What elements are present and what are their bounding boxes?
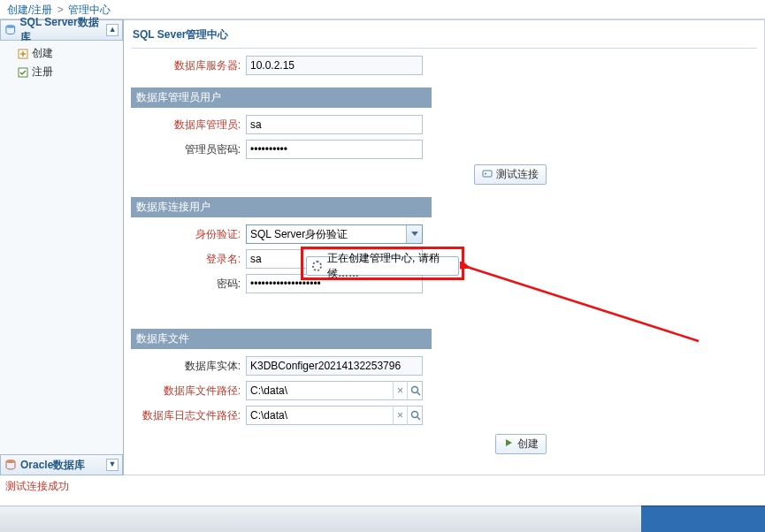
auth-label: 身份验证: — [131, 227, 246, 242]
create-run-icon — [503, 437, 514, 451]
svg-rect-4 — [483, 171, 492, 177]
collapse-up-icon[interactable]: ▲ — [106, 24, 119, 36]
server-input[interactable] — [246, 56, 423, 75]
auth-select-value: SQL Server身份验证 — [250, 227, 348, 242]
footer-left — [0, 505, 641, 532]
admin-pw-input[interactable] — [246, 140, 423, 159]
log-path-label: 数据库日志文件路径: — [131, 408, 246, 423]
server-label: 数据库服务器: — [131, 58, 246, 73]
tree-item-label: 创建 — [32, 46, 53, 61]
database-icon — [4, 459, 17, 471]
test-connection-icon — [482, 168, 493, 181]
section-admin-header: 数据库管理员用户 — [131, 87, 432, 108]
section-file-header: 数据库文件 — [131, 329, 432, 349]
tree-item-create[interactable]: 创建 — [5, 44, 118, 63]
section-conn-header: 数据库连接用户 — [131, 197, 432, 217]
clear-icon[interactable]: × — [393, 381, 407, 400]
oracle-panel-title: Oracle数据库 — [20, 458, 85, 473]
admin-pw-label: 管理员密码: — [131, 142, 246, 157]
admin-input[interactable] — [246, 115, 423, 134]
search-icon[interactable] — [407, 406, 423, 425]
svg-point-5 — [485, 173, 486, 175]
loading-modal-text: 正在创建管理中心, 请稍候…… — [327, 251, 453, 281]
loading-modal: 正在创建管理中心, 请稍候…… — [306, 256, 459, 276]
entity-input[interactable] — [246, 356, 423, 376]
create-button-label: 创建 — [517, 437, 539, 452]
svg-point-0 — [6, 25, 15, 28]
clear-icon[interactable]: × — [393, 406, 407, 425]
window-footer — [0, 505, 765, 532]
status-text: 测试连接成功 — [5, 480, 69, 492]
create-icon — [18, 49, 28, 59]
file-path-label: 数据库文件路径: — [131, 384, 246, 399]
svg-point-7 — [411, 412, 417, 418]
create-button[interactable]: 创建 — [495, 434, 547, 454]
oracle-panel-header[interactable]: Oracle数据库 ▼ — [0, 454, 123, 475]
admin-label: 数据库管理员: — [131, 118, 246, 133]
database-icon — [4, 24, 17, 36]
chevron-down-icon — [406, 225, 422, 243]
content-title: SQL Sever管理中心 — [131, 26, 757, 49]
footer-right — [641, 505, 765, 532]
svg-point-6 — [411, 387, 417, 393]
status-bar: 测试连接成功 — [0, 475, 765, 495]
register-icon — [18, 67, 28, 78]
breadcrumb-separator-icon: > — [57, 4, 64, 16]
search-icon[interactable] — [407, 381, 423, 400]
spinner-icon — [312, 261, 322, 271]
sql-server-panel-header[interactable]: SQL Server数据库 ▲ — [0, 19, 123, 41]
test-connection-button[interactable]: 测试连接 — [474, 164, 547, 185]
collapse-down-icon[interactable]: ▼ — [106, 459, 119, 471]
sidebar: SQL Server数据库 ▲ 创建 注册 Oracle — [0, 19, 124, 475]
test-connection-label: 测试连接 — [496, 167, 539, 182]
password-label: 密码: — [131, 277, 246, 292]
login-label: 登录名: — [131, 252, 246, 267]
auth-select[interactable]: SQL Server身份验证 — [246, 224, 423, 244]
breadcrumb: 创建/注册 > 管理中心 — [0, 0, 765, 19]
entity-label: 数据库实体: — [131, 359, 246, 374]
tree-item-register[interactable]: 注册 — [5, 63, 118, 81]
svg-point-3 — [6, 460, 15, 463]
tree-item-label: 注册 — [32, 65, 53, 80]
sidebar-tree: 创建 注册 — [0, 41, 123, 454]
breadcrumb-mgmt-center[interactable]: 管理中心 — [68, 4, 111, 16]
breadcrumb-create-register[interactable]: 创建/注册 — [7, 4, 52, 16]
